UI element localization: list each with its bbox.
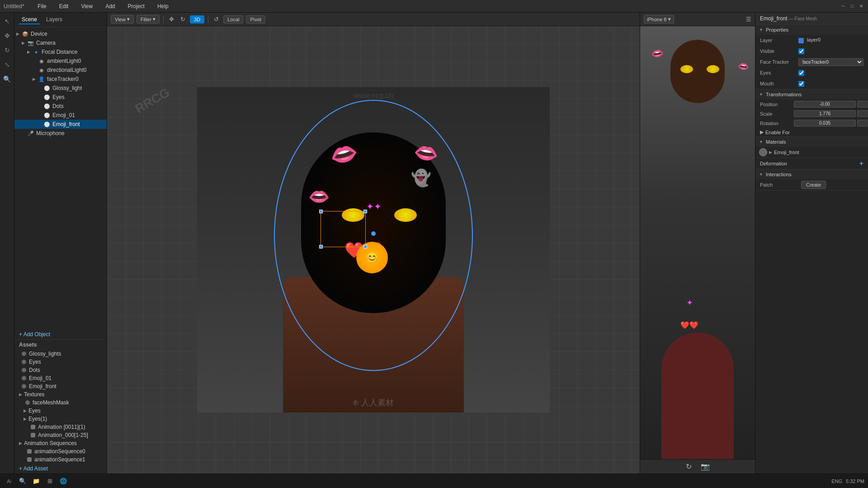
taskbar-search-icon[interactable]: 🔍: [17, 476, 28, 487]
properties-section-header[interactable]: ▼ Properties: [755, 25, 868, 35]
eyes-row: Eyes: [755, 67, 868, 78]
taskbar-logo[interactable]: Ai: [4, 476, 14, 487]
asset-label: Glossy_lights: [29, 351, 61, 357]
close-button[interactable]: ✕: [858, 3, 864, 9]
tree-item-glossy[interactable]: ⚪ Glossy_light: [14, 84, 107, 93]
textures-group[interactable]: ▶ Textures: [14, 390, 107, 399]
asset-anim-seq0[interactable]: animationSequence0: [14, 447, 107, 455]
face-tracker-select[interactable]: faceTracker0: [798, 58, 863, 66]
menu-view[interactable]: View: [78, 2, 95, 10]
material-row[interactable]: ▶ Emoji_front: [755, 147, 868, 158]
preview-settings-icon[interactable]: ☰: [746, 16, 751, 23]
mode-3d-button[interactable]: 3D: [190, 15, 204, 23]
add-object-button[interactable]: + Add Object: [14, 329, 107, 339]
menu-file[interactable]: File: [35, 2, 49, 10]
rotation-y-field[interactable]: [857, 120, 868, 127]
tree-item-camera[interactable]: ▶ 📷 Camera: [14, 38, 107, 47]
taskbar-apps-icon[interactable]: ⊞: [44, 476, 55, 487]
search-icon[interactable]: 🔍: [2, 74, 12, 84]
maximize-button[interactable]: □: [849, 3, 855, 9]
position-row: Position: [755, 99, 868, 109]
asset-animation0011[interactable]: Animation [0011](1): [14, 423, 107, 431]
tree-item-directional[interactable]: ◉ directionalLight0: [14, 66, 107, 75]
add-asset-button[interactable]: + Add Asset: [14, 464, 107, 474]
asset-anim-seq1[interactable]: animationSequence1: [14, 455, 107, 464]
tree-item-focal[interactable]: ▶ ● Focal Distance: [14, 47, 107, 56]
deformation-add-button[interactable]: +: [859, 160, 863, 168]
interactions-header[interactable]: ▼ Interactions: [755, 169, 868, 179]
focal-icon: ●: [33, 48, 40, 56]
preview-refresh-button[interactable]: ↻: [686, 462, 692, 471]
filter-button[interactable]: Filter ▾: [137, 15, 160, 23]
view-button[interactable]: View ▾: [111, 15, 134, 23]
asset-emoji-front[interactable]: Emoji_front: [14, 382, 107, 390]
enable-for-expand-button[interactable]: ▶: [760, 129, 764, 135]
minimize-button[interactable]: ─: [840, 3, 846, 9]
device-selector[interactable]: iPhone 8 ▾: [644, 15, 674, 23]
scale-tool-icon[interactable]: ⤡: [2, 60, 12, 70]
menu-project[interactable]: Project: [125, 2, 147, 10]
tree-item-ambient[interactable]: ◉ ambientLight0: [14, 56, 107, 66]
position-x-field[interactable]: [794, 101, 856, 108]
mouth-checkbox[interactable]: [798, 81, 804, 87]
asset-animation000[interactable]: Animation_000[1-25]: [14, 431, 107, 439]
left-panel: Scene Layers ▶ 📦 Device ▶ 📷 Camera ▶ ● F…: [14, 13, 107, 474]
asset-eyes[interactable]: Eyes: [14, 358, 107, 366]
properties-section: ▼ Properties Layer layer0 Visible Face T…: [755, 25, 868, 89]
asset-label: animationSequence1: [34, 456, 85, 463]
anim-seq-label: Animation Sequences: [24, 440, 77, 446]
transformations-header[interactable]: ▼ Transformations: [755, 89, 868, 99]
enable-for-row: ▶ Enable For: [755, 128, 868, 136]
position-y-field[interactable]: [857, 101, 868, 108]
asset-dots[interactable]: Dots: [14, 366, 107, 374]
tree-item-microphone[interactable]: 🎤 Microphone: [14, 129, 107, 138]
tree-item-device[interactable]: ▶ 📦 Device: [14, 29, 107, 38]
menu-help[interactable]: Help: [155, 2, 171, 10]
tree-item-eyes[interactable]: ⚪ Eyes: [14, 93, 107, 102]
asset-label: Eyes(1): [28, 416, 47, 422]
taskbar-edge-icon[interactable]: 🌐: [58, 476, 69, 487]
pointer-tool-icon[interactable]: ↖: [2, 16, 12, 26]
menu-edit[interactable]: Edit: [57, 2, 71, 10]
preview-camera-button[interactable]: 📷: [701, 462, 710, 471]
menu-add[interactable]: Add: [103, 2, 118, 10]
move-tool-icon[interactable]: ✥: [2, 31, 12, 41]
tree-item-facetracker[interactable]: ▶ 👤 faceTracker0: [14, 75, 107, 84]
film-icon2: [31, 433, 35, 437]
asset-label: Animation_000[1-25]: [38, 432, 88, 438]
rp-subtitle: —: [789, 16, 795, 21]
asset-eyes1[interactable]: ▶ Eyes(1): [14, 415, 107, 423]
asset-dot: [22, 368, 26, 372]
transformations-title: Transformations: [766, 92, 802, 97]
asset-facemeshmask[interactable]: faceMeshMask: [14, 399, 107, 407]
rotate-tool-icon[interactable]: ↻: [2, 45, 12, 55]
viewport-3d-scene[interactable]: 👄 👄 👄 ❤️❤️ 👻 ✦✦ 😊: [197, 87, 550, 413]
materials-header[interactable]: ▼ Materials: [755, 137, 868, 147]
asset-emoji01[interactable]: Emoji_01: [14, 374, 107, 382]
local-button[interactable]: Local: [223, 15, 243, 23]
taskbar-folder-icon[interactable]: 📁: [31, 476, 42, 487]
scale-x-field[interactable]: [794, 110, 856, 117]
animation-seq-group[interactable]: ▶ Animation Sequences: [14, 439, 107, 447]
handle-br: [363, 245, 367, 249]
asset-glossy-lights[interactable]: Glossy_lights: [14, 350, 107, 358]
move-icon[interactable]: ✥: [167, 15, 176, 23]
rotate-icon[interactable]: ↻: [179, 15, 187, 23]
asset-label: Dots: [29, 367, 40, 373]
reset-icon[interactable]: ↺: [212, 15, 221, 23]
visible-checkbox[interactable]: [798, 48, 804, 54]
tree-item-emoji01[interactable]: ⚪ Emoji_01: [14, 111, 107, 120]
scale-y-field[interactable]: [857, 110, 868, 117]
tab-layers[interactable]: Layers: [43, 15, 65, 24]
arrow-device: ▶: [16, 32, 22, 36]
eyes-checkbox[interactable]: [798, 70, 804, 76]
ambient-label: ambientLight0: [47, 58, 81, 64]
tab-scene[interactable]: Scene: [19, 15, 40, 24]
create-button[interactable]: Create: [801, 181, 826, 189]
rotation-x-field[interactable]: [794, 120, 856, 127]
tree-item-emoji-front[interactable]: ⚪ Emoji_front: [14, 120, 107, 129]
asset-eyes-texture[interactable]: ▶ Eyes: [14, 407, 107, 415]
pivot-button[interactable]: Pivot: [246, 15, 265, 23]
viewport-canvas[interactable]: RRCG 人人素材 RRCG 👄 👄 👄 ❤️❤️ 👻: [107, 26, 640, 474]
tree-item-dots[interactable]: ⚪ Dots: [14, 102, 107, 111]
